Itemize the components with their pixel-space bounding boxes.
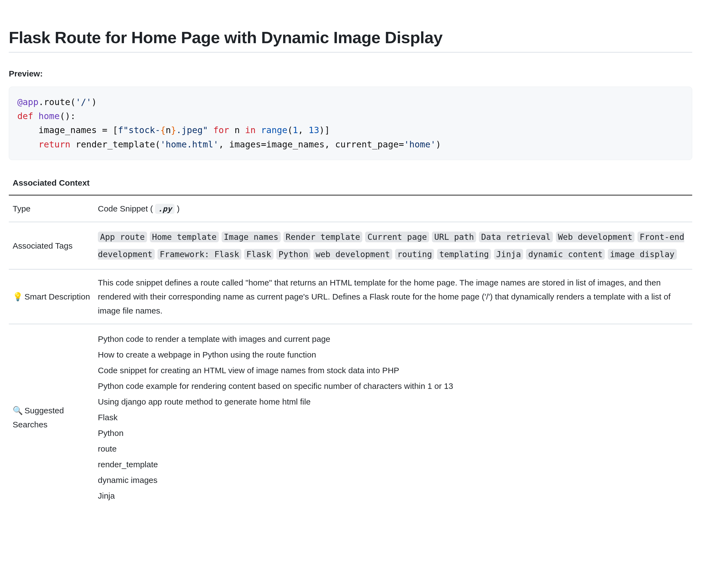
- code-token: , images=image_names, current_page=: [219, 139, 404, 150]
- tag-chip[interactable]: Render template: [283, 232, 362, 242]
- code-token: (: [287, 125, 293, 135]
- code-token: 'home': [404, 139, 436, 150]
- table-row-smart-description: 💡Smart Description This code snippet def…: [9, 269, 692, 324]
- suggested-searches-list: Python code to render a template with im…: [94, 324, 692, 511]
- suggested-search-item[interactable]: render_template: [98, 457, 688, 471]
- tag-chip[interactable]: routing: [395, 249, 434, 260]
- row-label: 💡Smart Description: [9, 269, 94, 324]
- code-token: home: [38, 111, 60, 121]
- tag-chip[interactable]: image display: [608, 249, 677, 260]
- code-preview: @app.route('/') def home(): image_names …: [9, 86, 692, 160]
- suggested-search-item[interactable]: Code snippet for creating an HTML view o…: [98, 363, 688, 377]
- code-token: )]: [319, 125, 330, 135]
- row-label-text: Smart Description: [24, 292, 90, 301]
- code-token: .route(: [38, 97, 75, 107]
- suggested-search-item[interactable]: Python code to render a template with im…: [98, 332, 688, 346]
- suggested-search-item[interactable]: Python code example for rendering conten…: [98, 379, 688, 393]
- suggested-search-item[interactable]: dynamic images: [98, 473, 688, 487]
- row-label: Associated Tags: [9, 222, 94, 269]
- suggested-search-item[interactable]: Flask: [98, 410, 688, 424]
- code-token: }: [171, 125, 176, 135]
- code-token: n: [229, 125, 245, 135]
- page-title: Flask Route for Home Page with Dynamic I…: [9, 28, 692, 52]
- table-row-suggested-searches: 🔍Suggested Searches Python code to rende…: [9, 324, 692, 511]
- suggested-search-item[interactable]: How to create a webpage in Python using …: [98, 348, 688, 362]
- lightbulb-icon: 💡: [13, 292, 23, 301]
- code-token: image_names = [: [38, 125, 118, 135]
- code-token: in: [245, 125, 256, 135]
- code-token: 'home.html': [160, 139, 219, 150]
- tag-chip[interactable]: Home template: [150, 232, 219, 242]
- code-token: [17, 125, 38, 135]
- tag-chip[interactable]: Data retrieval: [479, 232, 553, 242]
- suggested-search-item[interactable]: route: [98, 442, 688, 456]
- table-row-tags: Associated Tags App route Home template …: [9, 222, 692, 269]
- code-token: @app: [17, 97, 38, 107]
- tag-chip[interactable]: App route: [98, 232, 147, 242]
- tag-chip[interactable]: Framework: Flask: [158, 249, 241, 260]
- code-token: .jpeg": [176, 125, 208, 135]
- suggested-search-item[interactable]: Python: [98, 426, 688, 440]
- code-token: render_template(: [70, 139, 161, 150]
- code-token: ): [91, 97, 97, 107]
- row-label: 🔍Suggested Searches: [9, 324, 94, 511]
- row-label: Type: [9, 195, 94, 222]
- row-value: Code Snippet ( .py ): [94, 195, 692, 222]
- magnifier-icon: 🔍: [13, 406, 23, 415]
- smart-description-text: This code snippet defines a route called…: [94, 269, 692, 324]
- preview-label: Preview:: [9, 69, 692, 78]
- type-suffix: ): [175, 204, 180, 213]
- code-token: for: [213, 125, 229, 135]
- tag-chip[interactable]: URL path: [432, 232, 476, 242]
- tag-chip[interactable]: Jinja: [494, 249, 523, 260]
- code-token: {: [160, 125, 166, 135]
- suggested-search-item[interactable]: Jinja: [98, 489, 688, 503]
- tag-chip[interactable]: Flask: [244, 249, 273, 260]
- tag-chip[interactable]: Web development: [556, 232, 635, 242]
- tags-cell: App route Home template Image names Rend…: [94, 222, 692, 269]
- code-token: 13: [309, 125, 319, 135]
- code-token: f"stock-: [118, 125, 160, 135]
- code-token: '/': [75, 97, 91, 107]
- table-row-type: Type Code Snippet ( .py ): [9, 195, 692, 222]
- code-token: [17, 139, 38, 150]
- tag-chip[interactable]: templating: [437, 249, 491, 260]
- type-prefix: Code Snippet (: [98, 204, 155, 213]
- code-token: def: [17, 111, 33, 121]
- tag-chip[interactable]: Python: [276, 249, 310, 260]
- code-token: 1: [293, 125, 298, 135]
- tag-chip[interactable]: Current page: [365, 232, 429, 242]
- code-token: return: [38, 139, 70, 150]
- associated-context-table: Associated Context Type Code Snippet ( .…: [9, 171, 692, 511]
- code-token: ,: [298, 125, 309, 135]
- tag-chip[interactable]: web development: [313, 249, 392, 260]
- file-extension: .py: [155, 204, 175, 214]
- context-header: Associated Context: [9, 171, 94, 195]
- suggested-search-item[interactable]: Using django app route method to generat…: [98, 395, 688, 409]
- tag-chip[interactable]: dynamic content: [526, 249, 605, 260]
- code-token: ():: [60, 111, 75, 121]
- code-token: range: [261, 125, 287, 135]
- tag-chip[interactable]: Image names: [222, 232, 281, 242]
- code-token: n: [166, 125, 171, 135]
- code-token: ): [436, 139, 441, 150]
